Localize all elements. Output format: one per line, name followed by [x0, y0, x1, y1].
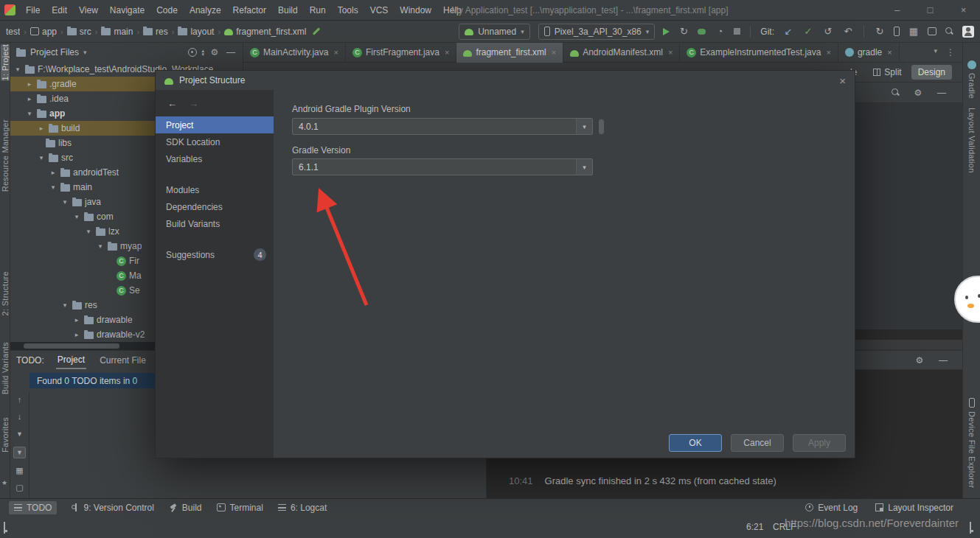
- menu-analyze[interactable]: Analyze: [184, 0, 227, 21]
- cancel-button[interactable]: Cancel: [731, 434, 784, 452]
- previous-todo-icon[interactable]: ↑: [18, 395, 22, 405]
- breadcrumb-item-main[interactable]: main: [101, 27, 133, 37]
- chevron-right-icon[interactable]: [72, 316, 81, 324]
- tool-button-favorites[interactable]: Favorites: [1, 417, 10, 453]
- device-manager-icon[interactable]: [894, 27, 900, 36]
- breadcrumb-item-res[interactable]: res: [143, 27, 168, 37]
- close-button[interactable]: ×: [947, 0, 980, 21]
- menu-edit[interactable]: Edit: [46, 0, 73, 21]
- stop-icon[interactable]: [734, 28, 740, 35]
- breadcrumb-item-src[interactable]: src: [67, 27, 91, 37]
- maximize-button[interactable]: □: [914, 0, 947, 21]
- more-options-icon[interactable]: ⋮: [946, 47, 955, 57]
- chevron-right-icon[interactable]: [25, 95, 34, 102]
- tool-button-structure[interactable]: 2: Structure: [1, 271, 10, 315]
- hide-panel-icon[interactable]: —: [936, 88, 948, 98]
- git-commit-icon[interactable]: ✓: [802, 26, 814, 38]
- next-todo-icon[interactable]: ↓: [18, 412, 22, 422]
- tool-button-layout-validation[interactable]: Layout Validation: [963, 108, 980, 173]
- nav-item-build-variants[interactable]: Build Variants: [156, 215, 274, 232]
- profiler-icon[interactable]: ◔: [714, 26, 726, 38]
- group-by-icon[interactable]: ▦: [15, 466, 23, 475]
- chevron-right-icon[interactable]: [25, 80, 34, 88]
- chevron-down-icon[interactable]: [25, 110, 34, 117]
- preview-panel-icon[interactable]: ▢: [15, 483, 23, 492]
- tool-button-build-variants[interactable]: Build Variants: [1, 342, 10, 394]
- collapse-all-icon[interactable]: [201, 49, 204, 56]
- nav-item-modules[interactable]: Modules: [156, 181, 274, 198]
- combo-arrow-icon[interactable]: [576, 159, 592, 175]
- todo-tab-current-file[interactable]: Current File: [98, 352, 147, 368]
- apply-button[interactable]: Apply: [793, 434, 846, 452]
- forward-icon[interactable]: [189, 98, 198, 109]
- profile-avatar-icon[interactable]: [962, 26, 974, 38]
- tool-button-version-control[interactable]: 9: Version Control: [72, 503, 153, 513]
- tab-gradle[interactable]: gradle×: [838, 43, 900, 63]
- menu-navigate[interactable]: Navigate: [104, 0, 150, 21]
- nav-item-variables[interactable]: Variables: [156, 150, 274, 167]
- chevron-down-icon[interactable]: ▾: [934, 47, 937, 57]
- ok-button[interactable]: OK: [669, 434, 722, 452]
- device-select[interactable]: Pixel_3a_API_30_x86 ▾: [538, 24, 656, 40]
- chevron-down-icon[interactable]: [72, 213, 81, 220]
- debug-icon[interactable]: [698, 29, 706, 35]
- chevron-right-icon[interactable]: [49, 169, 58, 176]
- status-right-icon[interactable]: [970, 522, 971, 534]
- minimize-button[interactable]: –: [880, 0, 914, 21]
- run-button[interactable]: [663, 28, 670, 35]
- menu-vcs[interactable]: VCS: [364, 0, 395, 21]
- tab-fragment-first[interactable]: fragment_first.xml×: [456, 43, 563, 63]
- nav-item-suggestions[interactable]: Suggestions4: [156, 246, 274, 263]
- tool-button-device-file-explorer[interactable]: Device File Explorer: [963, 398, 980, 488]
- tool-button-event-log[interactable]: Event Log: [805, 503, 858, 513]
- git-update-icon[interactable]: ↙: [782, 26, 794, 38]
- menu-view[interactable]: View: [73, 0, 104, 21]
- tab-firstfragment[interactable]: FirstFragment.java×: [346, 43, 456, 63]
- git-rollback-icon[interactable]: ↶: [842, 26, 854, 38]
- chevron-down-icon[interactable]: [37, 154, 46, 161]
- close-icon[interactable]: ×: [668, 48, 673, 57]
- dialog-close-icon[interactable]: [839, 74, 846, 87]
- gear-icon[interactable]: ⚙: [209, 47, 220, 57]
- tool-button-terminal[interactable]: Terminal: [217, 503, 263, 513]
- nav-item-sdk-location[interactable]: SDK Location: [156, 133, 274, 150]
- search-icon[interactable]: [891, 88, 900, 97]
- layout-inspector-icon[interactable]: ▦: [908, 26, 920, 38]
- filter-icon[interactable]: [16, 429, 23, 439]
- dialog-title-bar[interactable]: Project Structure: [156, 71, 855, 90]
- tool-button-gradle[interactable]: Gradle: [963, 60, 980, 99]
- close-icon[interactable]: ×: [445, 48, 449, 57]
- caret-position[interactable]: 6:21: [746, 522, 763, 532]
- tool-button-todo[interactable]: TODO: [9, 501, 57, 514]
- chevron-down-icon[interactable]: [60, 198, 69, 206]
- apply-changes-icon[interactable]: ↻: [678, 26, 689, 38]
- hide-panel-icon[interactable]: —: [225, 47, 237, 57]
- gear-icon[interactable]: ⚙: [912, 88, 924, 98]
- gradle-version-combo[interactable]: 6.1.1: [292, 158, 593, 175]
- menu-window[interactable]: Window: [394, 0, 437, 21]
- menu-file[interactable]: File: [20, 0, 46, 21]
- breadcrumb-item-app[interactable]: app: [30, 27, 57, 37]
- gradle-sync-icon[interactable]: ↻: [874, 26, 886, 38]
- project-view-selector[interactable]: Project Files: [30, 47, 79, 57]
- gear-icon[interactable]: ⚙: [914, 355, 925, 366]
- chevron-down-icon[interactable]: [96, 242, 105, 250]
- agp-version-combo[interactable]: 4.0.1: [292, 118, 593, 135]
- menu-tools[interactable]: Tools: [332, 0, 364, 21]
- chevron-down-icon[interactable]: [49, 184, 58, 191]
- scrollbar-thumb[interactable]: [599, 119, 604, 134]
- menu-run[interactable]: Run: [304, 0, 332, 21]
- menu-build[interactable]: Build: [272, 0, 304, 21]
- scrollbar-thumb[interactable]: [24, 343, 119, 349]
- todo-tab-project[interactable]: Project: [56, 352, 86, 369]
- chevron-down-icon[interactable]: [60, 301, 69, 309]
- back-icon[interactable]: [167, 98, 177, 109]
- git-history-icon[interactable]: ↺: [822, 26, 834, 38]
- toggle-tool-buttons-icon[interactable]: [4, 522, 5, 534]
- menu-code[interactable]: Code: [150, 0, 184, 21]
- breadcrumb-item-fragment-first[interactable]: fragment_first.xml: [224, 27, 306, 37]
- chevron-down-icon[interactable]: [84, 228, 93, 235]
- combo-arrow-icon[interactable]: [576, 119, 592, 134]
- filter-settings-icon[interactable]: [13, 447, 26, 458]
- breadcrumb-item-test[interactable]: test: [6, 27, 20, 37]
